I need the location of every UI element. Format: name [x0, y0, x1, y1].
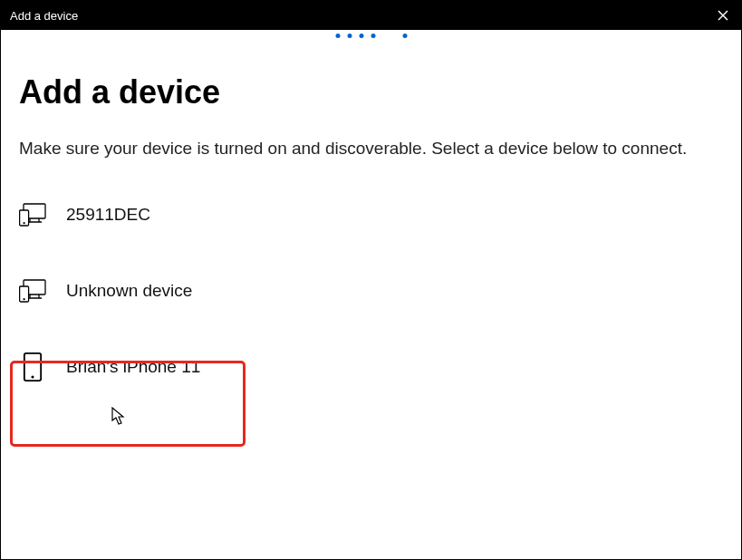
- device-list: 25911DEC Unknown device Brian's iPho: [19, 199, 723, 382]
- loading-indicator: [335, 34, 407, 38]
- monitor-phone-icon: [19, 277, 46, 304]
- titlebar-title: Add a device: [10, 9, 78, 23]
- close-button[interactable]: [714, 6, 732, 24]
- phone-icon: [19, 353, 46, 381]
- device-name-label: 25911DEC: [66, 205, 150, 225]
- svg-point-9: [31, 375, 34, 378]
- page-heading: Add a device: [19, 73, 723, 111]
- svg-point-4: [24, 222, 25, 224]
- titlebar: Add a device: [1, 1, 741, 30]
- device-item-25911dec[interactable]: 25911DEC: [19, 199, 723, 230]
- device-item-brians-iphone[interactable]: Brian's iPhone 11: [19, 352, 723, 382]
- close-icon: [718, 10, 728, 21]
- monitor-phone-icon: [19, 201, 46, 228]
- svg-point-7: [24, 298, 25, 300]
- device-name-label: Brian's iPhone 11: [66, 357, 200, 377]
- device-name-label: Unknown device: [66, 281, 192, 301]
- instruction-text: Make sure your device is turned on and d…: [19, 137, 723, 161]
- dialog-content: Add a device Make sure your device is tu…: [1, 30, 741, 401]
- device-item-unknown[interactable]: Unknown device: [19, 275, 723, 306]
- cursor-icon: [111, 407, 128, 430]
